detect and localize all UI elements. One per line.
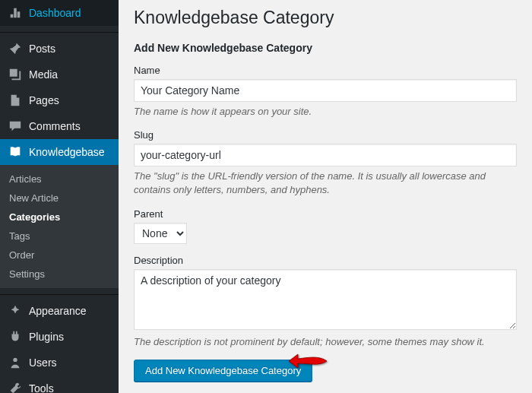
submenu-articles[interactable]: Articles bbox=[0, 170, 119, 189]
field-parent: Parent None bbox=[134, 208, 517, 244]
sidebar-item-plugins[interactable]: Plugins bbox=[0, 324, 119, 350]
field-slug: Slug The "slug" is the URL-friendly vers… bbox=[134, 129, 517, 197]
submenu-new-article[interactable]: New Article bbox=[0, 189, 119, 208]
sidebar-item-pages[interactable]: Pages bbox=[0, 87, 119, 113]
parent-select[interactable]: None bbox=[134, 223, 187, 244]
sidebar-item-posts[interactable]: Posts bbox=[0, 36, 119, 62]
tools-icon bbox=[8, 381, 23, 393]
dashboard-icon bbox=[8, 5, 23, 21]
slug-label: Slug bbox=[134, 129, 517, 141]
name-help: The name is how it appears on your site. bbox=[134, 105, 517, 119]
description-help: The description is not prominent by defa… bbox=[134, 335, 517, 349]
book-icon bbox=[8, 144, 23, 160]
sidebar-item-label: Knowledgebase bbox=[29, 146, 105, 158]
parent-label: Parent bbox=[134, 208, 517, 220]
plugins-icon bbox=[8, 329, 23, 344]
sidebar-item-label: Plugins bbox=[29, 331, 64, 343]
media-icon bbox=[8, 67, 23, 82]
sidebar-item-label: Dashboard bbox=[29, 7, 81, 19]
sidebar-item-knowledgebase[interactable]: Knowledgebase bbox=[0, 139, 119, 165]
sidebar-item-users[interactable]: Users bbox=[0, 350, 119, 376]
sidebar-item-label: Posts bbox=[29, 43, 55, 55]
svg-point-0 bbox=[13, 358, 17, 362]
description-label: Description bbox=[134, 255, 517, 266]
field-name: Name The name is how it appears on your … bbox=[134, 65, 517, 119]
sidebar-item-comments[interactable]: Comments bbox=[0, 113, 119, 139]
slug-input[interactable] bbox=[134, 144, 517, 166]
sidebar-item-label: Appearance bbox=[29, 305, 87, 317]
sidebar-item-tools[interactable]: Tools bbox=[0, 376, 119, 393]
admin-sidebar: Dashboard Posts Media Pages Comments Kno… bbox=[0, 0, 119, 393]
name-label: Name bbox=[134, 65, 517, 76]
sidebar-item-label: Media bbox=[29, 68, 58, 81]
section-title: Add New Knowledgebase Category bbox=[134, 42, 517, 54]
slug-help: The "slug" is the URL-friendly version o… bbox=[134, 170, 517, 197]
pages-icon bbox=[8, 93, 23, 108]
description-textarea[interactable] bbox=[134, 269, 517, 330]
sidebar-item-appearance[interactable]: Appearance bbox=[0, 298, 119, 324]
submenu-categories[interactable]: Categories bbox=[0, 208, 119, 227]
comments-icon bbox=[8, 119, 23, 134]
sidebar-item-label: Comments bbox=[29, 120, 81, 132]
submenu-order[interactable]: Order bbox=[0, 246, 119, 265]
appearance-icon bbox=[8, 303, 23, 319]
sidebar-item-dashboard[interactable]: Dashboard bbox=[0, 0, 119, 26]
sidebar-item-label: Tools bbox=[29, 382, 54, 393]
name-input[interactable] bbox=[134, 79, 517, 102]
sidebar-item-media[interactable]: Media bbox=[0, 62, 119, 87]
pin-icon bbox=[8, 41, 23, 56]
submenu-settings[interactable]: Settings bbox=[0, 265, 119, 284]
page-title: Knowledgebase Category bbox=[134, 8, 517, 28]
main-content: Knowledgebase Category Add New Knowledge… bbox=[119, 0, 532, 393]
sidebar-item-label: Pages bbox=[29, 94, 59, 106]
field-description: Description The description is not promi… bbox=[134, 255, 517, 349]
submenu-tags[interactable]: Tags bbox=[0, 227, 119, 246]
submenu-knowledgebase: Articles New Article Categories Tags Ord… bbox=[0, 165, 119, 288]
sidebar-item-label: Users bbox=[29, 357, 57, 369]
users-icon bbox=[8, 355, 23, 370]
add-category-button[interactable]: Add New Knowledgebase Category bbox=[134, 360, 312, 382]
